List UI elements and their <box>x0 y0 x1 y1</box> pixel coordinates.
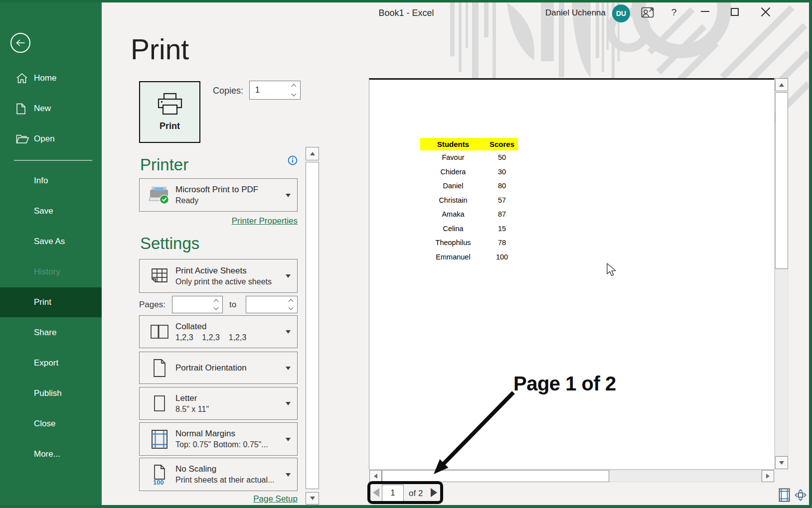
chevron-down-icon <box>286 367 291 370</box>
printer-section-heading: Printer <box>140 155 188 174</box>
preview-scroll-up[interactable] <box>775 78 788 91</box>
new-file-icon <box>16 103 26 115</box>
preview-scroll-right[interactable] <box>762 470 774 482</box>
excel-backstage-print: Home New Open Info Save Save As History … <box>0 0 812 508</box>
settings-scroll-up[interactable] <box>306 147 319 160</box>
printer-icon <box>157 93 183 117</box>
print-button-label: Print <box>160 121 180 131</box>
chevron-down-icon <box>286 330 291 334</box>
preview-scroll-down[interactable] <box>775 456 788 469</box>
page-setup-link[interactable]: Page Setup <box>214 494 298 504</box>
print-preview-page <box>369 78 775 470</box>
paper-size-dropdown[interactable]: Letter 8.5" x 11" <box>139 387 298 420</box>
account-user-name: Daniel Uchenna <box>541 8 606 18</box>
minimize-icon[interactable] <box>700 6 710 17</box>
active-sheets-icon <box>147 268 172 284</box>
increment-icon[interactable] <box>214 299 219 304</box>
sidebar-item-share[interactable]: Share <box>0 323 102 343</box>
preview-hscrollbar-thumb[interactable] <box>382 470 609 482</box>
pages-to-label: to <box>229 300 236 310</box>
backstage-sidebar: Home New Open Info Save Save As History … <box>0 0 102 508</box>
previous-page-button[interactable] <box>373 488 379 497</box>
increment-icon[interactable] <box>289 299 294 304</box>
next-page-button[interactable] <box>431 488 437 497</box>
copies-label: Copies: <box>213 86 243 96</box>
table-row: Favour50 <box>420 150 518 165</box>
orientation-dropdown[interactable]: Portrait Orientation <box>139 352 298 384</box>
header-students: Students <box>420 138 486 150</box>
close-icon[interactable] <box>760 6 772 18</box>
sidebar-item-save-as[interactable]: Save As <box>0 232 102 252</box>
print-button[interactable]: Print <box>139 81 200 143</box>
scaling-dropdown[interactable]: 100 No Scaling Print sheets at their act… <box>139 458 298 491</box>
window-frame-bottom <box>0 505 812 508</box>
sidebar-item-export[interactable]: Export <box>0 353 102 373</box>
zoom-to-page-button[interactable] <box>794 489 807 502</box>
printer-status: Ready <box>175 196 258 205</box>
window-frame-top <box>0 0 812 2</box>
preview-vscrollbar-thumb[interactable] <box>775 92 788 269</box>
pages-label: Pages: <box>139 300 165 310</box>
portrait-page-icon <box>147 359 172 378</box>
decrement-icon[interactable] <box>289 305 294 310</box>
table-row: Christain57 <box>420 193 518 208</box>
chevron-down-icon <box>286 473 291 477</box>
page-title: Print <box>131 33 189 66</box>
letter-page-icon <box>147 395 172 412</box>
sidebar-item-home[interactable]: Home <box>0 68 102 88</box>
sidebar-divider <box>14 160 92 161</box>
page-count-label: of 2 <box>409 489 423 499</box>
sidebar-item-close[interactable]: Close <box>0 414 102 434</box>
pages-from-stepper[interactable] <box>172 296 223 313</box>
copies-stepper[interactable]: 1 <box>249 81 301 100</box>
annotation-page-1-of-2: Page 1 of 2 <box>513 373 616 395</box>
margins-icon <box>147 429 172 449</box>
presence-share-icon[interactable] <box>641 7 656 19</box>
collated-icon <box>147 324 172 339</box>
table-row: Theophilus78 <box>420 236 518 250</box>
decrement-icon[interactable] <box>214 305 219 310</box>
avatar[interactable]: DU <box>612 4 630 22</box>
sidebar-item-save[interactable]: Save <box>0 201 102 221</box>
printer-device-icon <box>147 186 172 205</box>
window-frame-right <box>809 0 812 508</box>
table-row: Emmanuel100 <box>420 250 518 264</box>
settings-section-heading: Settings <box>140 234 199 253</box>
table-row: Celina15 <box>420 222 518 236</box>
back-button[interactable] <box>10 33 30 53</box>
show-margins-toggle[interactable] <box>779 488 790 502</box>
printer-properties-link[interactable]: Printer Properties <box>214 216 298 226</box>
open-folder-icon <box>16 134 29 144</box>
print-what-dropdown[interactable]: Print Active Sheets Only print the activ… <box>139 259 298 293</box>
decrement-icon[interactable] <box>292 92 297 97</box>
sidebar-item-new[interactable]: New <box>0 99 102 119</box>
maximize-icon[interactable] <box>731 8 739 16</box>
printer-dropdown[interactable]: Microsoft Print to PDF Ready <box>139 178 298 212</box>
settings-scrollbar-thumb[interactable] <box>306 162 319 489</box>
preview-table: Students Scores Favour50 Chidera30 Danie… <box>420 138 518 264</box>
table-header-row: Students Scores <box>420 138 518 150</box>
margins-dropdown[interactable]: Normal Margins Top: 0.75" Bottom: 0.75".… <box>139 422 298 456</box>
sidebar-item-info[interactable]: Info <box>0 171 102 191</box>
preview-vscrollbar-track[interactable] <box>775 269 788 456</box>
settings-scroll-down[interactable] <box>306 492 319 505</box>
chevron-down-icon <box>286 194 291 197</box>
help-icon[interactable]: ? <box>669 6 679 18</box>
collation-dropdown[interactable]: Collated 1,2,3 1,2,3 1,2,3 <box>139 315 298 348</box>
sidebar-item-open[interactable]: Open <box>0 129 102 149</box>
chevron-down-icon <box>286 402 291 405</box>
pages-to-stepper[interactable] <box>246 296 298 313</box>
increment-icon[interactable] <box>292 84 297 89</box>
sidebar-item-print-selected[interactable]: Print <box>0 287 102 317</box>
preview-hscrollbar-track[interactable] <box>609 470 762 482</box>
header-scores: Scores <box>486 138 518 150</box>
no-scaling-icon: 100 <box>147 464 172 485</box>
table-row: Chidera30 <box>420 165 518 179</box>
preview-scroll-left[interactable] <box>369 470 382 482</box>
sidebar-item-more[interactable]: More... <box>0 444 102 464</box>
sidebar-item-publish[interactable]: Publish <box>0 383 102 403</box>
current-page-input[interactable]: 1 <box>382 485 404 502</box>
printer-name: Microsoft Print to PDF <box>175 185 258 195</box>
info-icon[interactable] <box>288 155 298 167</box>
svg-text:100: 100 <box>153 479 164 485</box>
